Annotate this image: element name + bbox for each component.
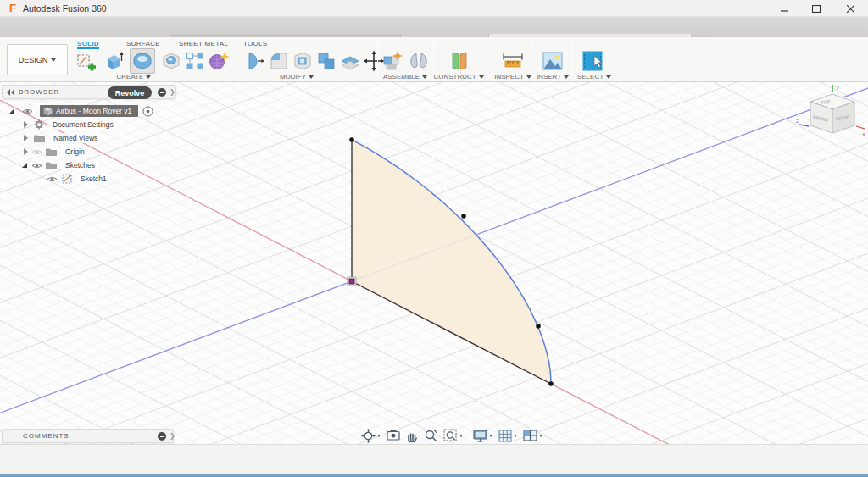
sketch-canvas[interactable] xyxy=(0,82,868,444)
group-separator xyxy=(242,42,242,76)
assemble-group-caret-icon xyxy=(422,75,427,79)
visibility-eye-off-icon[interactable] xyxy=(31,148,42,156)
z-axis-label: Z xyxy=(796,119,799,124)
comments-panel-header[interactable]: COMMENTS ❯ xyxy=(2,429,174,443)
tree-row-sketches[interactable]: Sketches xyxy=(2,158,99,172)
view-cube[interactable]: Y TOP FRONT RIGHT Z X xyxy=(795,84,868,147)
tree-row-root[interactable]: Airbus - Moon Rover v1 xyxy=(2,104,153,118)
pan-button[interactable] xyxy=(406,430,418,442)
ribbon-toolbar: DESIGN SOLID SURFACE SHEET METAL TOOLS C… xyxy=(0,37,868,82)
shell-icon[interactable] xyxy=(292,50,314,72)
collapse-panel-icon[interactable] xyxy=(7,89,15,96)
grid-settings-button[interactable] xyxy=(498,430,517,442)
group-separator xyxy=(532,42,533,76)
insert-group-label: INSERT xyxy=(537,73,561,81)
visibility-eye-icon[interactable] xyxy=(31,162,42,169)
folder-icon xyxy=(46,147,57,156)
modify-group-dropdown[interactable]: MODIFY xyxy=(273,73,320,81)
fillet-icon[interactable] xyxy=(268,50,290,72)
inspect-group-caret-icon xyxy=(526,75,531,79)
root-component-pill[interactable]: Airbus - Moon Rover v1 xyxy=(40,105,138,117)
select-icon[interactable] xyxy=(581,50,604,72)
construct-plane-icon[interactable] xyxy=(448,50,470,72)
hole-icon[interactable] xyxy=(160,50,182,72)
insert-group-dropdown[interactable]: INSERT xyxy=(533,73,572,81)
root-component-label: Airbus - Moon Rover v1 xyxy=(56,107,131,115)
panel-resize-chevron-icon[interactable]: ❯ xyxy=(170,88,176,96)
select-group-caret-icon xyxy=(606,75,611,79)
viewports-caret-icon xyxy=(539,435,542,437)
create-form-icon[interactable] xyxy=(208,50,230,72)
design-label: DESIGN xyxy=(19,56,48,64)
design-viewport[interactable]: Y TOP FRONT RIGHT Z X BROWSER Revolve ❯ xyxy=(0,82,868,444)
tree-row-label: Sketches xyxy=(61,160,99,170)
tab-tools[interactable]: TOOLS xyxy=(243,38,267,49)
design-workspace-dropdown[interactable]: DESIGN xyxy=(7,44,68,75)
display-caret-icon xyxy=(489,435,492,437)
offset-face-icon[interactable] xyxy=(339,50,361,72)
pattern-icon[interactable] xyxy=(184,50,206,72)
activate-component-radio-icon[interactable] xyxy=(142,106,153,117)
zoom-button[interactable] xyxy=(424,429,437,442)
revolve-icon[interactable] xyxy=(130,48,155,74)
fusion-window: F Autodesk Fusion 360 Airbus - Lander v4… xyxy=(0,0,868,477)
orbit-button[interactable] xyxy=(361,429,381,443)
create-group-caret-icon xyxy=(146,75,151,79)
group-separator xyxy=(433,42,434,76)
tree-row-label: Document Settings xyxy=(48,119,118,130)
y-axis-label: Y xyxy=(836,86,839,91)
fusion-logo-icon: F xyxy=(7,2,19,14)
new-component-icon[interactable] xyxy=(381,50,403,72)
visibility-eye-icon[interactable] xyxy=(22,108,33,115)
minimize-button[interactable] xyxy=(770,0,798,17)
insert-image-icon[interactable] xyxy=(542,50,564,72)
panel-collapse-icon[interactable] xyxy=(158,432,166,441)
z-axis-tick xyxy=(799,125,809,126)
collapsed-triangle-icon[interactable] xyxy=(24,148,28,155)
tree-row-named-views[interactable]: Named Views xyxy=(2,131,102,145)
expand-triangle-icon[interactable] xyxy=(22,163,27,168)
construct-group-caret-icon xyxy=(479,75,484,79)
design-caret-icon xyxy=(51,58,56,62)
tree-row-sketch1[interactable]: Sketch1 xyxy=(2,172,111,186)
viewports-button[interactable] xyxy=(523,430,542,441)
create-group-dropdown[interactable]: CREATE xyxy=(110,73,158,81)
tab-sheet-metal[interactable]: SHEET METAL xyxy=(179,38,228,49)
select-group-dropdown[interactable]: SELECT xyxy=(575,73,614,81)
construct-group-dropdown[interactable]: CONSTRUCT xyxy=(432,73,485,81)
orbit-caret-icon xyxy=(377,435,381,437)
document-tab-strip: Airbus - Lander v4* Airbus - Moon Rover … xyxy=(0,17,868,37)
tree-row-origin[interactable]: Origin xyxy=(2,145,89,158)
revolve-command-toast: Revolve xyxy=(108,86,152,99)
close-window-button[interactable] xyxy=(836,0,865,17)
select-group-label: SELECT xyxy=(577,73,604,81)
tree-row-document-settings[interactable]: Document Settings xyxy=(2,118,118,131)
assemble-group-dropdown[interactable]: ASSEMBLE xyxy=(377,73,433,81)
create-sketch-icon[interactable] xyxy=(75,50,97,72)
collapsed-triangle-icon[interactable] xyxy=(24,135,28,141)
browser-panel-header[interactable]: BROWSER Revolve ❯ xyxy=(2,85,176,99)
combine-icon[interactable] xyxy=(315,50,337,72)
look-at-button[interactable] xyxy=(387,430,400,441)
fit-button[interactable] xyxy=(443,429,463,442)
inspect-group-dropdown[interactable]: INSPECT xyxy=(492,73,534,81)
joint-icon[interactable] xyxy=(408,50,430,72)
expand-triangle-icon[interactable] xyxy=(9,108,14,114)
panel-collapse-icon[interactable] xyxy=(158,88,166,97)
panel-resize-chevron-icon[interactable]: ❯ xyxy=(170,432,176,440)
display-settings-button[interactable] xyxy=(473,430,492,442)
extrude-icon[interactable] xyxy=(103,50,125,72)
x-axis-tick xyxy=(856,126,865,129)
group-separator xyxy=(572,42,573,76)
title-bar: F Autodesk Fusion 360 xyxy=(0,0,868,17)
x-axis-label: X xyxy=(862,132,865,137)
measure-icon[interactable] xyxy=(502,50,524,72)
tab-solid[interactable]: SOLID xyxy=(77,38,99,49)
tree-row-label: Named Views xyxy=(49,133,102,143)
press-pull-icon[interactable] xyxy=(244,50,266,72)
visibility-eye-icon[interactable] xyxy=(47,175,58,183)
collapsed-triangle-icon[interactable] xyxy=(24,121,28,128)
create-group-label: CREATE xyxy=(117,73,144,81)
folder-icon xyxy=(34,134,45,142)
maximize-button[interactable] xyxy=(802,0,831,17)
